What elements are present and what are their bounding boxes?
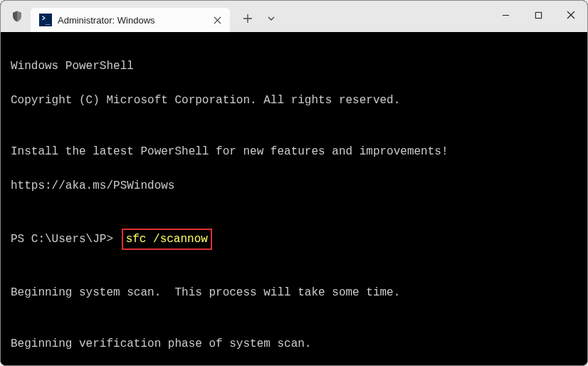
window-controls: [489, 1, 587, 29]
terminal-line: https://aka.ms/PSWindows: [11, 177, 577, 194]
new-tab-button[interactable]: [237, 8, 258, 29]
terminal-line: Beginning system scan. This process will…: [11, 284, 577, 301]
terminal-line: Copyright (C) Microsoft Corporation. All…: [11, 92, 577, 109]
terminal-prompt-line: PS C:\Users\JP> sfc /scannow: [11, 229, 577, 250]
highlighted-command: sfc /scannow: [122, 229, 212, 250]
powershell-icon: [39, 14, 52, 26]
terminal-window: Administrator: Windows Windows PowerShel…: [0, 0, 588, 366]
terminal-line: Beginning verification phase of system s…: [11, 335, 577, 352]
active-tab[interactable]: Administrator: Windows: [31, 8, 230, 32]
terminal-content[interactable]: Windows PowerShell Copyright (C) Microso…: [1, 32, 587, 365]
close-window-button[interactable]: [555, 1, 587, 29]
terminal-line: Windows PowerShell: [11, 58, 577, 75]
titlebar: Administrator: Windows: [1, 1, 587, 32]
prompt-text: PS C:\Users\JP>: [11, 233, 113, 246]
minimize-button[interactable]: [489, 1, 522, 29]
terminal-line: Install the latest PowerShell for new fe…: [11, 143, 577, 160]
tab-dropdown-button[interactable]: [263, 8, 280, 29]
tab-title: Administrator: Windows: [58, 15, 203, 26]
svg-rect-0: [535, 12, 541, 18]
tab-close-button[interactable]: [211, 14, 223, 26]
shield-icon: [11, 10, 23, 23]
maximize-button[interactable]: [522, 1, 555, 29]
